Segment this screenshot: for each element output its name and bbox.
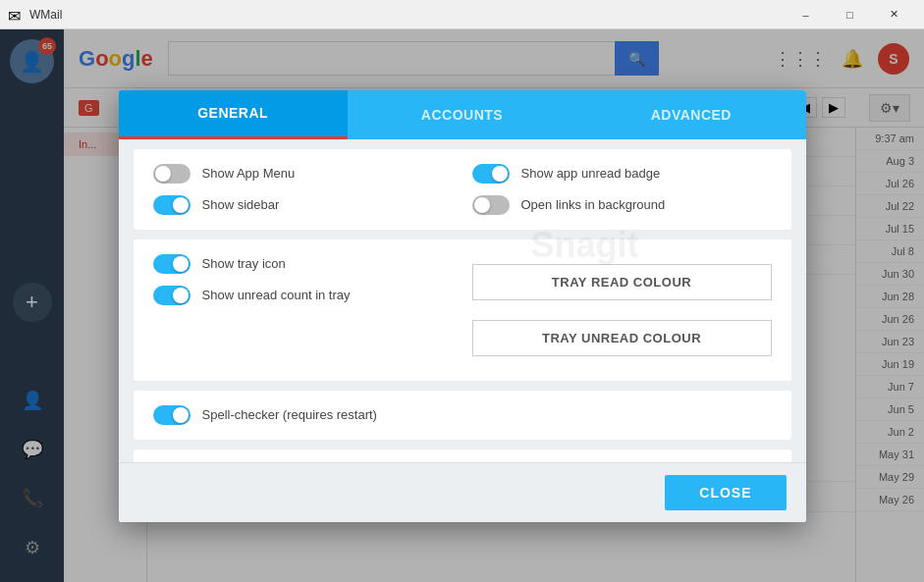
open-links-background-label: Open links in background <box>521 197 666 212</box>
toggle-knob <box>155 166 171 182</box>
open-links-background-toggle[interactable] <box>472 195 510 215</box>
tray-options-section: Show tray icon Show unread count in tray… <box>134 239 791 381</box>
spell-checker-section: Spell-checker (requires restart) <box>134 391 791 440</box>
watermark: Snagit <box>531 225 639 266</box>
right-col: Show app unread badge Open links in back… <box>472 164 772 215</box>
window-controls: – □ ✕ <box>784 0 916 29</box>
spell-checker-toggle[interactable] <box>153 405 190 425</box>
toggle-knob <box>173 256 189 272</box>
toggle-knob <box>474 197 490 213</box>
show-sidebar-label: Show sidebar <box>202 197 280 212</box>
close-button[interactable]: CLOSE <box>665 475 786 510</box>
toggle-knob <box>173 197 189 213</box>
two-col-layout: Show App Menu Show sidebar <box>153 164 772 215</box>
show-unread-badge-label: Show app unread badge <box>521 166 661 181</box>
tab-accounts[interactable]: ACCOUNTS <box>348 90 576 139</box>
tray-read-colour-button[interactable]: TRAY READ COLOUR <box>472 264 772 300</box>
spell-checker-row: Spell-checker (requires restart) <box>153 405 772 425</box>
show-unread-badge-row: Show app unread badge <box>472 164 772 184</box>
toggle-knob <box>173 288 189 303</box>
settings-modal: GENERAL ACCOUNTS ADVANCED Show App Menu <box>119 90 806 522</box>
modal-tabs: GENERAL ACCOUNTS ADVANCED <box>119 90 806 139</box>
show-unread-badge-toggle[interactable] <box>472 164 510 184</box>
show-app-menu-toggle[interactable] <box>153 164 190 184</box>
show-sidebar-row: Show sidebar <box>153 195 453 215</box>
app-title: WMail <box>29 8 784 22</box>
toggle-knob <box>492 166 508 182</box>
show-tray-icon-toggle[interactable] <box>153 254 190 274</box>
show-tray-icon-label: Show tray icon <box>202 256 286 271</box>
show-unread-count-tray-row: Show unread count in tray <box>153 286 453 305</box>
title-bar: ✉ WMail – □ ✕ <box>0 0 924 29</box>
tray-unread-colour-button[interactable]: TRAY UNREAD COLOUR <box>472 320 772 356</box>
notifications-section: Show new mail notifications <box>134 450 791 462</box>
left-col: Show App Menu Show sidebar <box>153 164 453 215</box>
maximize-button[interactable]: □ <box>828 0 872 29</box>
spell-checker-label: Spell-checker (requires restart) <box>202 407 377 422</box>
modal-footer: CLOSE <box>119 462 806 522</box>
app-options-section: Show App Menu Show sidebar <box>134 149 791 230</box>
show-unread-count-tray-toggle[interactable] <box>153 286 190 305</box>
toggle-knob <box>173 407 189 423</box>
app-icon: ✉ <box>8 7 24 23</box>
modal-body: Show App Menu Show sidebar <box>119 139 806 462</box>
show-tray-icon-row: Show tray icon <box>153 254 453 274</box>
window-close-button[interactable]: ✕ <box>872 0 916 29</box>
show-app-menu-label: Show App Menu <box>202 166 296 181</box>
tab-general[interactable]: GENERAL <box>119 90 348 139</box>
open-links-background-row: Open links in background <box>472 195 772 215</box>
show-app-menu-row: Show App Menu <box>153 164 453 184</box>
show-unread-count-tray-label: Show unread count in tray <box>202 288 351 302</box>
show-sidebar-toggle[interactable] <box>153 195 190 215</box>
modal-overlay: GENERAL ACCOUNTS ADVANCED Show App Menu <box>0 29 924 582</box>
right-col: Snagit TRAY READ COLOUR TRAY UNREAD COLO… <box>472 254 772 366</box>
two-col-layout: Show tray icon Show unread count in tray… <box>153 254 772 366</box>
tab-advanced[interactable]: ADVANCED <box>576 90 805 139</box>
left-col: Show tray icon Show unread count in tray <box>153 254 453 366</box>
minimize-button[interactable]: – <box>784 0 828 29</box>
